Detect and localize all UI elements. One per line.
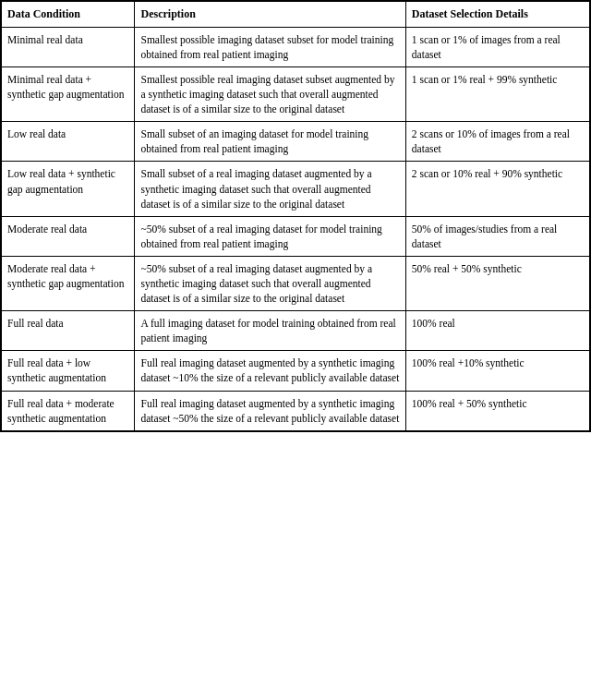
cell-details: 100% real + 50% synthetic xyxy=(405,391,589,430)
table-row: Low real dataSmall subset of an imaging … xyxy=(2,122,590,162)
header-details: Dataset Selection Details xyxy=(405,2,589,28)
cell-description: A full imaging dataset for model trainin… xyxy=(135,311,405,351)
cell-condition: Full real data + moderate synthetic augm… xyxy=(2,391,135,430)
table-row: Full real data + low synthetic augmentat… xyxy=(2,351,590,391)
cell-condition: Minimal real data xyxy=(2,27,135,66)
cell-details: 50% real + 50% synthetic xyxy=(405,256,589,310)
cell-description: Small subset of a real imaging dataset a… xyxy=(135,162,405,216)
cell-details: 1 scan or 1% real + 99% synthetic xyxy=(405,66,589,121)
cell-description: ~50% subset of a real imaging dataset fo… xyxy=(135,216,405,256)
header-description: Description xyxy=(135,2,405,28)
cell-description: Smallest possible real imaging dataset s… xyxy=(135,66,405,121)
cell-condition: Low real data xyxy=(2,122,135,162)
cell-description: Full real imaging dataset augmented by a… xyxy=(135,351,405,391)
cell-condition: Low real data + synthetic gap augmentati… xyxy=(2,162,135,216)
cell-condition: Moderate real data + synthetic gap augme… xyxy=(2,256,135,310)
table-row: Full real data + moderate synthetic augm… xyxy=(2,391,590,430)
cell-details: 100% real +10% synthetic xyxy=(405,351,589,391)
cell-condition: Full real data + low synthetic augmentat… xyxy=(2,351,135,391)
header-condition: Data Condition xyxy=(2,2,135,28)
main-table: Data Condition Description Dataset Selec… xyxy=(0,0,591,432)
cell-condition: Full real data xyxy=(2,311,135,351)
table-row: Low real data + synthetic gap augmentati… xyxy=(2,162,590,216)
table-header-row: Data Condition Description Dataset Selec… xyxy=(2,2,590,28)
cell-description: ~50% subset of a real imaging dataset au… xyxy=(135,256,405,310)
table-row: Minimal real data + synthetic gap augmen… xyxy=(2,66,590,121)
cell-description: Smallest possible imaging dataset subset… xyxy=(135,27,405,66)
cell-condition: Minimal real data + synthetic gap augmen… xyxy=(2,66,135,121)
cell-description: Small subset of an imaging dataset for m… xyxy=(135,122,405,162)
cell-details: 100% real xyxy=(405,311,589,351)
cell-details: 2 scan or 10% real + 90% synthetic xyxy=(405,162,589,216)
cell-description: Full real imaging dataset augmented by a… xyxy=(135,391,405,430)
cell-details: 1 scan or 1% of images from a real datas… xyxy=(405,27,589,66)
table-row: Moderate real data + synthetic gap augme… xyxy=(2,256,590,310)
table-row: Minimal real dataSmallest possible imagi… xyxy=(2,27,590,66)
table-row: Full real dataA full imaging dataset for… xyxy=(2,311,590,351)
table-row: Moderate real data~50% subset of a real … xyxy=(2,216,590,256)
cell-details: 2 scans or 10% of images from a real dat… xyxy=(405,122,589,162)
cell-condition: Moderate real data xyxy=(2,216,135,256)
cell-details: 50% of images/studies from a real datase… xyxy=(405,216,589,256)
